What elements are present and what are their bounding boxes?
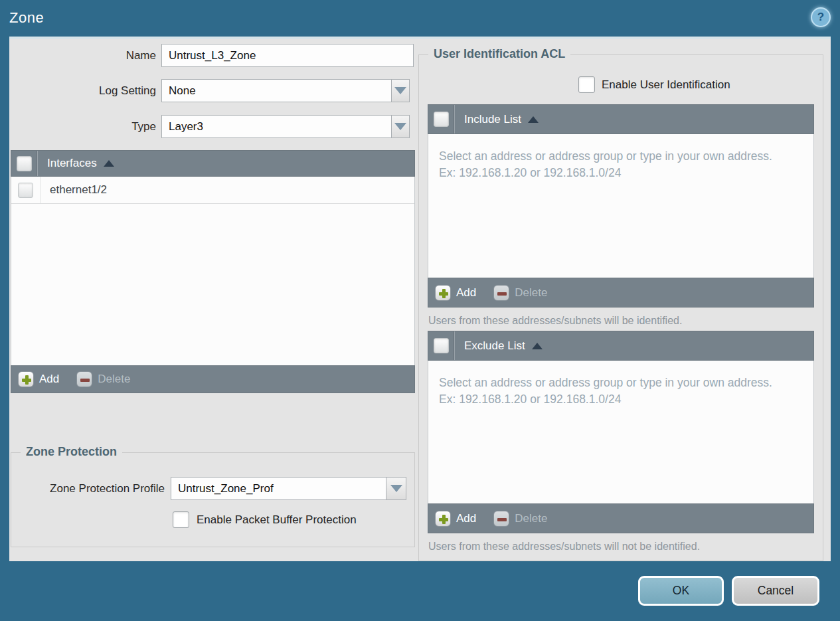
- exclude-list-header[interactable]: Exclude List: [428, 331, 814, 361]
- zone-protection-profile-dropdown-button[interactable]: [386, 477, 406, 500]
- type-value[interactable]: Layer3: [161, 115, 391, 138]
- user-identification-acl-legend: User Identification ACL: [428, 47, 570, 61]
- include-list-header[interactable]: Include List: [428, 104, 814, 134]
- zone-protection-section: Zone Protection Zone Protection Profile …: [11, 452, 415, 547]
- include-list-placeholder: Select an address or address group or ty…: [428, 134, 813, 181]
- add-button-label: Add: [39, 373, 59, 386]
- interface-name[interactable]: ethernet1/2: [50, 183, 107, 197]
- dialog-title: Zone: [9, 9, 44, 27]
- interfaces-select-all-checkbox[interactable]: [17, 156, 32, 171]
- interfaces-select-all-cell[interactable]: [11, 151, 38, 176]
- help-icon[interactable]: ?: [811, 7, 831, 27]
- enable-user-identification-checkbox[interactable]: [578, 76, 595, 93]
- interface-row-checkbox-cell[interactable]: [11, 177, 41, 203]
- delete-minus-icon: [493, 285, 509, 301]
- chevron-down-icon: [394, 87, 406, 94]
- enable-user-identification-row: Enable User Identification: [578, 76, 730, 93]
- log-setting-value[interactable]: None: [161, 79, 391, 102]
- add-plus-icon: [435, 285, 451, 301]
- exclude-delete-button[interactable]: Delete: [493, 511, 547, 527]
- delete-minus-icon: [76, 371, 92, 387]
- add-button-label: Add: [456, 512, 476, 525]
- exclude-add-button[interactable]: Add: [435, 511, 476, 527]
- interfaces-table-body: ethernet1/2: [11, 177, 415, 365]
- include-list-column-header[interactable]: Include List: [464, 113, 521, 126]
- exclude-select-all-cell[interactable]: [428, 331, 455, 360]
- interfaces-table-header[interactable]: Interfaces: [11, 150, 415, 177]
- log-setting-label: Log Setting: [9, 84, 156, 98]
- exclude-list-column-header[interactable]: Exclude List: [464, 339, 525, 353]
- include-list-toolbar: Add Delete: [428, 278, 814, 308]
- delete-button-label: Delete: [98, 373, 130, 386]
- zone-protection-profile-label: Zone Protection Profile: [11, 482, 165, 495]
- log-setting-dropdown-button[interactable]: [391, 79, 410, 102]
- enable-user-identification-label: Enable User Identification: [602, 78, 730, 92]
- exclude-list-placeholder: Select an address or address group or ty…: [428, 361, 813, 408]
- chevron-down-icon: [390, 485, 402, 492]
- interfaces-column-header[interactable]: Interfaces: [47, 157, 97, 170]
- delete-button-label: Delete: [515, 286, 547, 300]
- interfaces-table-toolbar: Add Delete: [11, 365, 415, 393]
- type-label: Type: [9, 120, 156, 133]
- sort-ascending-icon: [104, 160, 114, 167]
- sort-ascending-icon: [528, 116, 539, 123]
- zone-protection-profile-value[interactable]: Untrust_Zone_Prof: [171, 477, 386, 500]
- question-mark-glyph: ?: [817, 11, 824, 24]
- include-delete-button[interactable]: Delete: [493, 285, 547, 301]
- interface-row[interactable]: ethernet1/2: [11, 177, 414, 204]
- packet-buffer-protection-row: Enable Packet Buffer Protection: [173, 511, 357, 528]
- packet-buffer-protection-label: Enable Packet Buffer Protection: [197, 513, 357, 527]
- exclude-list-body[interactable]: Select an address or address group or ty…: [428, 361, 814, 503]
- sort-ascending-icon: [532, 343, 543, 349]
- interface-row-checkbox[interactable]: [18, 183, 33, 198]
- type-dropdown-button[interactable]: [391, 115, 410, 138]
- exclude-list-table: Exclude List Select an address or addres…: [428, 331, 814, 533]
- interfaces-add-button[interactable]: Add: [18, 371, 59, 387]
- type-dropdown[interactable]: Layer3: [161, 115, 410, 138]
- ok-button[interactable]: OK: [638, 576, 724, 606]
- add-button-label: Add: [456, 286, 476, 300]
- user-identification-acl-section: User Identification ACL Enable User Iden…: [418, 54, 823, 561]
- include-select-all-cell[interactable]: [428, 105, 455, 133]
- add-plus-icon: [435, 511, 451, 527]
- zone-protection-profile-dropdown[interactable]: Untrust_Zone_Prof: [171, 477, 406, 500]
- include-list-caption: Users from these addresses/subnets will …: [428, 315, 682, 327]
- chevron-down-icon: [394, 123, 406, 130]
- interfaces-delete-button[interactable]: Delete: [76, 371, 130, 387]
- include-select-all-checkbox[interactable]: [434, 112, 449, 127]
- exclude-select-all-checkbox[interactable]: [434, 338, 449, 353]
- add-plus-icon: [18, 371, 34, 387]
- name-input[interactable]: [161, 44, 414, 67]
- name-label: Name: [9, 49, 156, 62]
- include-list-table: Include List Select an address or addres…: [428, 104, 814, 308]
- exclude-list-caption: Users from these addresses/subnets will …: [428, 541, 700, 553]
- delete-minus-icon: [493, 511, 509, 527]
- packet-buffer-protection-checkbox[interactable]: [173, 511, 189, 528]
- exclude-list-toolbar: Add Delete: [428, 503, 814, 533]
- cancel-button[interactable]: Cancel: [732, 576, 819, 606]
- zone-dialog-body: Name Log Setting None Type Layer3 Interf…: [9, 37, 831, 561]
- include-list-body[interactable]: Select an address or address group or ty…: [428, 134, 814, 278]
- log-setting-dropdown[interactable]: None: [161, 79, 410, 102]
- delete-button-label: Delete: [515, 512, 547, 525]
- zone-protection-legend: Zone Protection: [21, 445, 122, 459]
- interfaces-table: Interfaces ethernet1/2 Add Delete: [11, 150, 415, 393]
- include-add-button[interactable]: Add: [435, 285, 476, 301]
